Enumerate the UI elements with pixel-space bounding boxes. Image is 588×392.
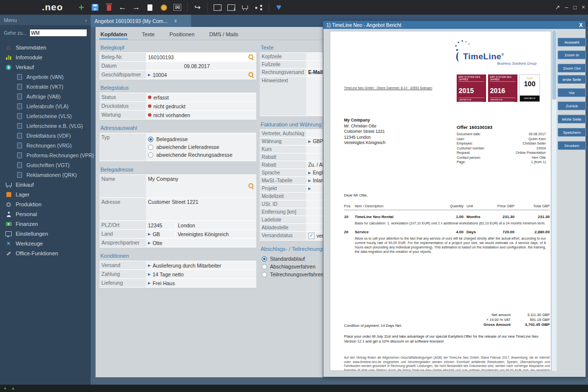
sidebar-item-gutschriften[interactable]: Gutschriften (VGT) <box>0 160 91 170</box>
sidebar-item-lager[interactable]: Lager <box>0 190 91 199</box>
land-field[interactable]: ▶GBVereinigtes Königreich <box>146 230 256 238</box>
arrow-right-icon: ▶ <box>308 140 311 144</box>
nodes-icon <box>255 5 262 10</box>
network-button[interactable] <box>253 1 265 13</box>
goto-input[interactable] <box>29 29 87 37</box>
sidebar-item-proforma[interactable]: Proforma-Rechnungen (VPR) <box>0 150 91 160</box>
name-field[interactable]: My Company <box>146 175 256 197</box>
ansprechpartner-field[interactable]: ▶Otte <box>146 239 256 247</box>
sidebar-item-lieferscheine-eb[interactable]: Lieferscheine e.B. (VLG) <box>0 121 91 131</box>
previous-button[interactable]: Zurück <box>558 101 586 110</box>
auswahl-button[interactable]: Auswahl <box>558 38 586 47</box>
radio-lieferadresse[interactable]: abweichende Lieferadresse <box>148 143 232 151</box>
status-dot-icon <box>148 113 151 117</box>
geschaeftspartner-field[interactable]: ▶10004 <box>146 71 256 79</box>
minimize-button[interactable]: – <box>565 4 568 11</box>
tab-dms-mails[interactable]: DMS / Mails <box>208 29 239 40</box>
dialog-close-button[interactable]: X <box>579 22 583 28</box>
arrow-right-icon: ▶ <box>148 232 150 236</box>
tab-texte[interactable]: Texte <box>141 29 155 40</box>
datum-field[interactable]: 09.08.2017 <box>146 62 256 70</box>
radio-rechnungsadresse[interactable]: abweichende Rechnungsadresse <box>148 151 232 159</box>
zoom-out-button[interactable]: Zoom Out <box>558 64 586 73</box>
magnifier-icon[interactable] <box>248 72 254 77</box>
sidebar-item-einkauf[interactable]: Einkauf <box>0 180 91 190</box>
radio-icon[interactable] <box>262 272 267 277</box>
award-badges: ERP-SYSTEM DES JAHRES 2015 CENTER FOR EN… <box>457 74 540 102</box>
cart-icon <box>5 184 12 186</box>
new-document-button[interactable] <box>144 1 156 13</box>
delete-button[interactable] <box>103 1 115 13</box>
field-label: Lieferung <box>99 279 146 287</box>
radio-icon[interactable] <box>148 152 153 158</box>
maximize-button[interactable]: □ <box>573 4 577 11</box>
release-button[interactable] <box>158 1 170 13</box>
adresse-field[interactable]: Customer Street 1221 <box>146 198 256 220</box>
sidebar-item-office[interactable]: Office-Funktionen <box>0 248 91 258</box>
menu-header[interactable]: Menu › <box>0 15 91 25</box>
document-icon <box>16 113 23 119</box>
export-exit-button[interactable]: ↴ <box>225 1 237 13</box>
checkbox-icon[interactable]: ✓ <box>308 233 315 239</box>
sidebar-item-direktfaktura[interactable]: Direktfaktura (VDF) <box>0 131 91 141</box>
document-icon <box>16 152 23 158</box>
sidebar-item-lieferscheine[interactable]: Lieferscheine (VLS) <box>0 111 91 121</box>
radio-icon[interactable] <box>148 145 153 150</box>
close-window-button[interactable]: × <box>582 4 585 11</box>
sidebar-item-produktion[interactable]: Produktion <box>0 199 91 209</box>
export-report-button[interactable]: → <box>212 1 223 13</box>
tools-icon: × <box>5 240 12 247</box>
beleg-nr-field[interactable]: 160100193 <box>146 53 256 61</box>
field-label: Fußzeile <box>260 61 306 68</box>
radio-belegadresse[interactable]: Belegadresse <box>148 135 232 143</box>
magnifier-icon[interactable] <box>248 183 254 189</box>
first-page-button[interactable]: erste Seite <box>558 75 586 84</box>
sidebar-item-angebote[interactable]: Angebote (VAN) <box>0 72 91 82</box>
shop-button[interactable] <box>239 1 251 13</box>
tab-close-icon[interactable]: x <box>174 18 177 24</box>
tab-angebot[interactable]: Angebot 160100193 (My Com... x <box>91 15 191 27</box>
status-bar: ● ▲ <box>0 385 588 392</box>
sidebar-item-kontrakte[interactable]: Kontrakte (VKT) <box>0 82 91 92</box>
forward-button[interactable]: → <box>130 1 142 13</box>
radio-icon[interactable] <box>262 264 267 270</box>
sidebar-item-reklamationen[interactable]: Reklamationen (QRK) <box>0 170 91 180</box>
zahlung-field[interactable]: ▶14 Tage netto <box>146 270 256 278</box>
tab-kopfdaten[interactable]: Kopfdaten <box>99 29 128 40</box>
totals-block: Net amount3,111.30 GBP + 19.00 % VAT591.… <box>344 313 550 327</box>
last-page-button[interactable]: letzte Seite <box>558 115 586 123</box>
save-button[interactable] <box>89 1 101 13</box>
preview-scrollbar[interactable] <box>552 31 557 371</box>
share-button[interactable]: ↪ <box>192 1 203 13</box>
scrollbar-thumb[interactable] <box>552 31 556 99</box>
radio-icon[interactable] <box>148 137 153 142</box>
email-button[interactable]: ✉ <box>172 1 183 13</box>
sidebar-item-finanzen[interactable]: €Finanzen <box>0 219 91 229</box>
zoom-in-button[interactable]: Zoom In <box>558 50 586 59</box>
magnifier-icon[interactable] <box>248 54 254 60</box>
sidebar-item-verkauf[interactable]: $Verkauf <box>0 62 91 72</box>
tab-title: Angebot 160100193 (My Com... <box>95 18 168 24</box>
tab-positionen[interactable]: Positionen <box>169 29 196 40</box>
status-sync-icon: ▲ <box>11 387 15 391</box>
lieferung-field[interactable]: ▶Frei Haus <box>146 279 256 287</box>
sidebar-item-rechnungen[interactable]: Rechnungen (VRG) <box>0 141 91 150</box>
sidebar-item-personal[interactable]: Personal <box>0 209 91 219</box>
sidebar-item-infomodule[interactable]: Infomodule <box>0 52 91 62</box>
sidebar-item-werkzeuge[interactable]: ×Werkzeuge <box>0 239 91 248</box>
dialog-titlebar[interactable]: 1) TimeLine Neo - Angebot Bericht X <box>323 21 586 29</box>
sidebar-item-auftraege[interactable]: Aufträge (VAB) <box>0 92 91 101</box>
sidebar-item-stammdaten[interactable]: ⌂Stammdaten <box>0 43 91 52</box>
sidebar-item-einstellungen[interactable]: Einstellungen <box>0 229 91 239</box>
sidebar-item-lieferabrufe[interactable]: Lieferabrufe (VLA) <box>0 101 91 111</box>
radio-icon[interactable] <box>262 256 267 262</box>
pin-window-button[interactable]: ↗ <box>555 4 560 11</box>
back-button[interactable]: ← <box>117 1 128 13</box>
print-button[interactable]: Drucken <box>558 141 586 150</box>
next-button[interactable]: Vor <box>558 88 586 97</box>
favorites-button[interactable]: ♥ <box>273 1 285 13</box>
new-button[interactable]: + <box>75 1 87 13</box>
save-report-button[interactable]: Speichern <box>558 128 586 137</box>
versand-field[interactable]: ▶Auslieferung durch Mitarbeiter <box>146 261 256 270</box>
plz-ort-field[interactable]: 12345London <box>146 221 256 229</box>
